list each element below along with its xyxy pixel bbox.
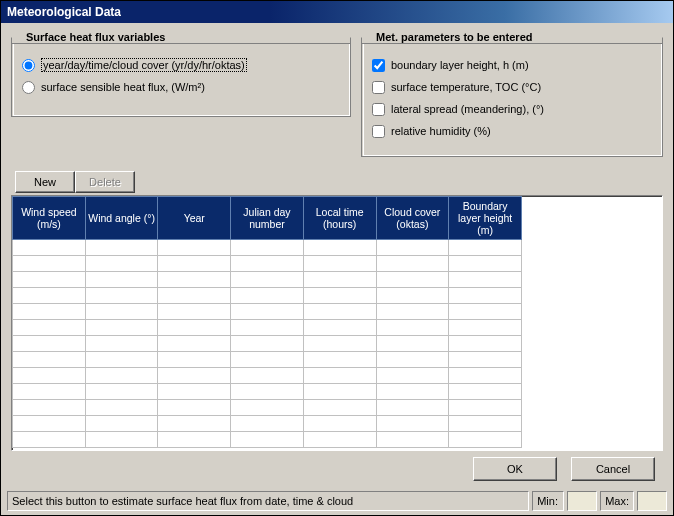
col-julian-day[interactable]: Julian day number — [231, 197, 304, 240]
table-body[interactable] — [13, 240, 522, 448]
radio-year-day-time-input[interactable] — [22, 59, 35, 72]
table-row[interactable] — [13, 432, 522, 448]
table-row[interactable] — [13, 352, 522, 368]
check-surface-temp[interactable]: surface temperature, TOC (°C) — [372, 77, 652, 97]
met-data-table[interactable]: Wind speed (m/s) Wind angle (°) Year Jul… — [12, 196, 522, 448]
table-row[interactable] — [13, 336, 522, 352]
table-row[interactable] — [13, 384, 522, 400]
check-boundary-layer-label: boundary layer height, h (m) — [391, 59, 529, 71]
table-header-row: Wind speed (m/s) Wind angle (°) Year Jul… — [13, 197, 522, 240]
col-wind-angle[interactable]: Wind angle (°) — [85, 197, 158, 240]
radio-year-day-time-label: year/day/time/cloud cover (yr/dy/hr/okta… — [41, 58, 247, 72]
client-area: Surface heat flux variables year/day/tim… — [1, 23, 673, 515]
check-surface-temp-label: surface temperature, TOC (°C) — [391, 81, 541, 93]
check-relative-humidity-input[interactable] — [372, 125, 385, 138]
delete-button[interactable]: Delete — [75, 171, 135, 193]
radio-sensible-heat-flux-input[interactable] — [22, 81, 35, 94]
table-row[interactable] — [13, 416, 522, 432]
title-bar: Meteorological Data — [1, 1, 673, 23]
check-lateral-spread-input[interactable] — [372, 103, 385, 116]
col-boundary-layer[interactable]: Boundary layer height (m) — [449, 197, 522, 240]
status-bar: Select this button to estimate surface h… — [7, 491, 667, 511]
status-min-value — [567, 491, 597, 511]
data-table-container: Wind speed (m/s) Wind angle (°) Year Jul… — [11, 195, 663, 451]
status-min-label: Min: — [532, 491, 564, 511]
status-max-label: Max: — [600, 491, 634, 511]
check-boundary-layer[interactable]: boundary layer height, h (m) — [372, 55, 652, 75]
window-title: Meteorological Data — [7, 5, 121, 19]
table-row[interactable] — [13, 256, 522, 272]
col-cloud-cover[interactable]: Cloud cover (oktas) — [376, 197, 449, 240]
check-boundary-layer-input[interactable] — [372, 59, 385, 72]
table-row[interactable] — [13, 288, 522, 304]
new-button[interactable]: New — [15, 171, 75, 193]
radio-year-day-time[interactable]: year/day/time/cloud cover (yr/dy/hr/okta… — [22, 55, 340, 75]
check-relative-humidity[interactable]: relative humidity (%) — [372, 121, 652, 141]
table-row[interactable] — [13, 304, 522, 320]
radio-sensible-heat-flux-label: surface sensible heat flux, (W/m²) — [41, 81, 205, 93]
col-local-time[interactable]: Local time (hours) — [303, 197, 376, 240]
table-row[interactable] — [13, 272, 522, 288]
surface-heat-flux-group: Surface heat flux variables year/day/tim… — [11, 31, 351, 117]
table-row[interactable] — [13, 400, 522, 416]
surface-group-legend: Surface heat flux variables — [22, 31, 169, 43]
dialog-button-row: OK Cancel — [473, 457, 655, 481]
met-parameters-group: Met. parameters to be entered boundary l… — [361, 31, 663, 157]
table-row[interactable] — [13, 320, 522, 336]
table-row[interactable] — [13, 368, 522, 384]
check-relative-humidity-label: relative humidity (%) — [391, 125, 491, 137]
met-group-legend: Met. parameters to be entered — [372, 31, 537, 43]
ok-button[interactable]: OK — [473, 457, 557, 481]
dialog-window: Meteorological Data Surface heat flux va… — [0, 0, 674, 516]
cancel-button[interactable]: Cancel — [571, 457, 655, 481]
col-wind-speed[interactable]: Wind speed (m/s) — [13, 197, 86, 240]
table-button-bar: New Delete — [15, 171, 663, 193]
status-max-value — [637, 491, 667, 511]
check-surface-temp-input[interactable] — [372, 81, 385, 94]
top-groups-row: Surface heat flux variables year/day/tim… — [11, 31, 663, 157]
status-hint: Select this button to estimate surface h… — [7, 491, 529, 511]
check-lateral-spread[interactable]: lateral spread (meandering), (°) — [372, 99, 652, 119]
radio-sensible-heat-flux[interactable]: surface sensible heat flux, (W/m²) — [22, 77, 340, 97]
table-row[interactable] — [13, 240, 522, 256]
check-lateral-spread-label: lateral spread (meandering), (°) — [391, 103, 544, 115]
col-year[interactable]: Year — [158, 197, 231, 240]
